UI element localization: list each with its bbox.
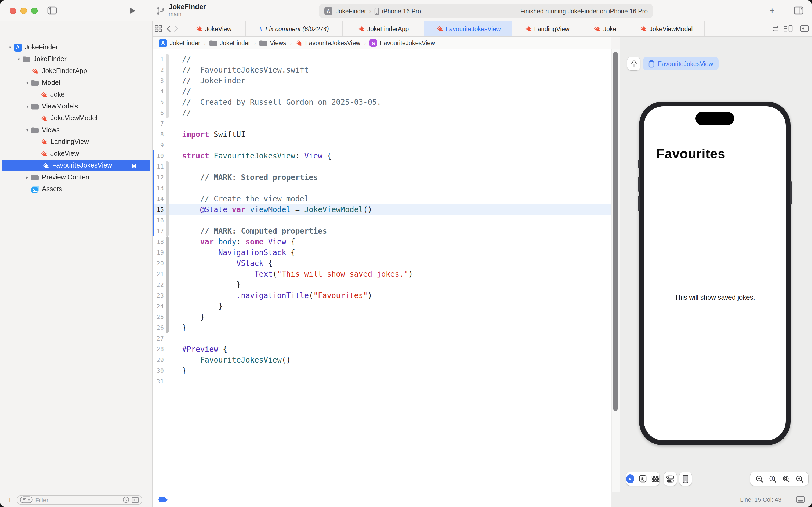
zoom-out-icon[interactable] [755, 475, 763, 483]
tree-item-jokefinderapp[interactable]: JokeFinderApp [0, 65, 153, 77]
tree-item-preview-content[interactable]: ▸Preview Content [0, 171, 153, 183]
code-line-27[interactable]: 27 [153, 333, 611, 344]
code-line-18[interactable]: 18 var body: some View { [153, 236, 611, 247]
device-settings-button[interactable] [664, 472, 677, 486]
code-line-11[interactable]: 11 [153, 161, 611, 172]
go-back-icon[interactable] [167, 25, 171, 32]
zoom-button[interactable] [31, 7, 38, 14]
code-line-9[interactable]: 9 [153, 139, 611, 150]
variants-mode-button[interactable] [651, 475, 659, 482]
breadcrumb-item-favouritejokesview[interactable]: FavouriteJokesView [296, 40, 360, 47]
tree-item-landingview[interactable]: LandingView [0, 136, 153, 148]
code-line-6[interactable]: 6// [153, 107, 611, 118]
add-editor-icon[interactable] [800, 25, 809, 32]
breadcrumb-item-jokefinder[interactable]: AJokeFinder [159, 39, 200, 47]
code-line-26[interactable]: 26} [153, 322, 611, 333]
add-remove-icon[interactable] [131, 497, 139, 503]
editor-layout-icon[interactable] [784, 25, 793, 33]
tree-item-jokeviewmodel[interactable]: JokeViewModel [0, 112, 153, 124]
code-line-21[interactable]: 21 Text("This will show saved jokes.") [153, 269, 611, 279]
preview-on-device-button[interactable] [679, 472, 692, 486]
code-line-3[interactable]: 3// JokeFinder [153, 75, 611, 86]
chevron-icon: › [290, 40, 292, 46]
inspector-toggle-icon[interactable] [794, 6, 803, 14]
code-line-13[interactable]: 13 [153, 183, 611, 193]
chevron-down-icon[interactable]: ▾ [7, 45, 13, 50]
code-line-12[interactable]: 12 // MARK: Stored properties [153, 172, 611, 183]
zoom-to-fit-icon[interactable] [782, 475, 790, 483]
code-line-19[interactable]: 19 NavigationStack { [153, 247, 611, 258]
breadcrumb-item-views[interactable]: Views [259, 40, 286, 46]
tree-item-favouritejokesview[interactable]: FavouriteJokesViewM [2, 160, 151, 171]
code-line-1[interactable]: 1// [153, 54, 611, 64]
line-number: 24 [153, 302, 164, 310]
breadcrumb-item-jokefinder[interactable]: JokeFinder [210, 40, 250, 46]
chevron-down-icon[interactable]: ▾ [16, 57, 21, 61]
code-line-2[interactable]: 2// FavouriteJokesView.swift [153, 64, 611, 75]
close-button[interactable] [10, 7, 16, 14]
code-line-4[interactable]: 4// [153, 86, 611, 97]
tab-favouritejokesview[interactable]: FavouriteJokesView [424, 21, 512, 36]
tree-item-viewmodels[interactable]: ▾ViewModels [0, 101, 153, 112]
zoom-in-icon[interactable] [796, 475, 803, 483]
code-line-15[interactable]: 15 @State var viewModel = JokeViewModel(… [153, 204, 611, 215]
tree-item-label: JokeFinderApp [42, 67, 87, 75]
add-tab-icon[interactable]: + [769, 7, 775, 14]
code-line-14[interactable]: 14 // Create the view model [153, 193, 611, 204]
code-line-23[interactable]: 23 .navigationTitle("Favourites") [153, 290, 611, 301]
editor-scrollbar-thumb[interactable] [613, 52, 618, 411]
tab-jokeviewmodel[interactable]: JokeViewModel [628, 21, 705, 36]
recents-clock-icon[interactable] [122, 496, 129, 503]
chevron-down-icon[interactable]: ▾ [25, 80, 30, 85]
code-line-30[interactable]: 30} [153, 365, 611, 376]
filter-field[interactable]: Filter [17, 495, 142, 505]
tab-jokeview[interactable]: JokeView [181, 21, 246, 36]
run-play-button[interactable] [129, 7, 136, 14]
modified-range-bar [153, 150, 154, 236]
code-line-22[interactable]: 22 } [153, 279, 611, 290]
breadcrumb-item-favouritejokesview[interactable]: SFavouriteJokesView [370, 39, 435, 47]
sidebar-toggle-icon[interactable] [47, 6, 57, 14]
tree-item-model[interactable]: ▾Model [0, 77, 153, 89]
code-line-8[interactable]: 8import SwiftUI [153, 129, 611, 139]
navigator-filter-bar: + Filter [0, 492, 153, 507]
editor-only-layout-icon[interactable] [796, 496, 805, 503]
code-line-29[interactable]: 29 FavouriteJokesView() [153, 354, 611, 365]
tab-jokefinderapp[interactable]: JokeFinderApp [343, 21, 424, 36]
live-preview-button[interactable] [626, 474, 634, 484]
code-line-28[interactable]: 28#Preview { [153, 344, 611, 354]
selectable-mode-button[interactable] [639, 475, 647, 483]
tree-item-jokefinder[interactable]: ▾AJokeFinder [0, 41, 153, 53]
tree-item-jokeview[interactable]: JokeView [0, 148, 153, 160]
tree-item-assets[interactable]: Assets [0, 183, 153, 195]
chevron-right-icon[interactable]: ▸ [25, 175, 30, 180]
code-line-10[interactable]: 10struct FavouriteJokesView: View { [153, 150, 611, 161]
tab-fix-comment-6f02274-[interactable]: #Fix comment (6f02274) [246, 21, 343, 36]
go-forward-icon[interactable] [174, 25, 178, 32]
chevron-down-icon[interactable]: ▾ [25, 104, 30, 109]
code-editor[interactable]: 1//2// FavouriteJokesView.swift3// JokeF… [153, 49, 611, 492]
code-line-5[interactable]: 5// Created by Russell Gordon on 2025-03… [153, 97, 611, 107]
tree-item-views[interactable]: ▾Views [0, 124, 153, 136]
code-line-25[interactable]: 25 } [153, 312, 611, 322]
code-line-17[interactable]: 17 // MARK: Computed properties [153, 226, 611, 236]
activity-view[interactable]: A JokeFinder › iPhone 16 Pro Finished ru… [319, 4, 653, 18]
tab-joke[interactable]: Joke [582, 21, 628, 36]
code-line-24[interactable]: 24 } [153, 301, 611, 312]
tree-item-jokefinder[interactable]: ▾JokeFinder [0, 53, 153, 65]
add-file-icon[interactable]: + [7, 497, 12, 503]
tab-landingview[interactable]: LandingView [512, 21, 582, 36]
code-line-16[interactable]: 16 [153, 215, 611, 226]
code-line-20[interactable]: 20 VStack { [153, 258, 611, 269]
pin-preview-button[interactable] [627, 57, 640, 70]
swap-editors-icon[interactable] [771, 25, 780, 32]
code-line-7[interactable]: 7 [153, 118, 611, 129]
zoom-actual-size-icon[interactable]: 1 [769, 475, 776, 483]
code-line-31[interactable]: 31 [153, 376, 611, 387]
minimize-button[interactable] [20, 7, 27, 14]
editor-grid-icon[interactable] [155, 25, 162, 32]
preview-target-tag[interactable]: FavouriteJokesView [643, 57, 718, 70]
tree-item-joke[interactable]: Joke [0, 89, 153, 101]
chevron-down-icon[interactable]: ▾ [25, 127, 30, 132]
swift-icon [40, 162, 50, 169]
